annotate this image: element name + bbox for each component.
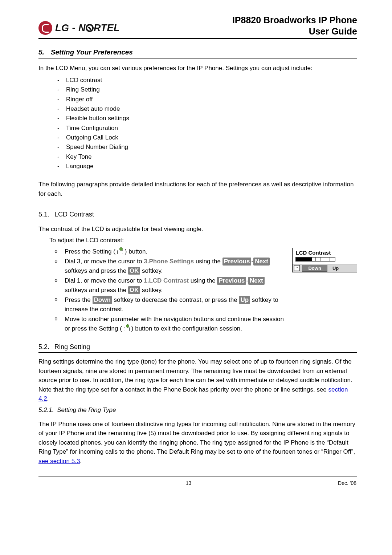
list-item: Time Configuration: [66, 123, 357, 133]
step-text: softkeys and press the: [65, 287, 128, 293]
body-text: .: [47, 395, 49, 402]
lcd-contrast-steps: Press the Setting () button. Dial 3, or …: [38, 247, 286, 333]
softkey-next-chip: Next: [248, 277, 265, 284]
section-5-outro: The following paragraphs provide detaile…: [38, 180, 357, 198]
section-5-2-number: 5.2.: [38, 343, 49, 351]
document-title-line2: User Guide: [232, 26, 357, 37]
footer-date: Dec. '08: [338, 480, 356, 486]
lcd-level-row: [293, 256, 357, 264]
section-5-2-heading: 5.2. Ring Setting: [38, 343, 357, 351]
lcd-softkey-down: Down: [302, 265, 327, 272]
softkey-down-chip: Down: [93, 296, 112, 304]
nortel-o-icon: [86, 24, 94, 32]
lcd-contrast-screenshot: LCD Contrast ↑ Down Up: [292, 248, 357, 272]
body-text: .: [80, 458, 82, 465]
step-text: softkey.: [140, 267, 163, 274]
section-5-2-para: Ring settings determine the ring type (t…: [38, 357, 357, 404]
settings-button-icon: [115, 248, 125, 254]
list-item: Dial 1, or move the cursor to 1.LCD Cont…: [65, 276, 286, 295]
list-item: Language: [66, 162, 357, 171]
step-text: Press the: [65, 296, 93, 303]
list-item: Outgoing Call Lock: [66, 133, 357, 142]
step-text: Dial 3, or move the cursor to: [65, 258, 144, 265]
page-number: 13: [39, 480, 338, 486]
list-item: Press the Setting () button.: [65, 247, 286, 256]
list-item: Ring Setting: [66, 85, 357, 94]
document-title: IP8820 Broadworks IP Phone User Guide: [232, 15, 357, 37]
section-5-heading: 5. Setting Your Preferences: [38, 48, 357, 56]
softkey-previous-chip: Previous: [222, 258, 252, 265]
list-item: Ringer off: [66, 95, 357, 104]
softkey-ok-chip: OK: [128, 267, 140, 275]
step-text: softkey to decrease the contrast, or pre…: [112, 296, 239, 303]
brand-logo-text: LG - NRTEL: [55, 23, 120, 34]
list-item: Speed Number Dialing: [66, 142, 357, 152]
list-item: Press the Down softkey to decrease the c…: [65, 295, 286, 314]
section-5-title: Setting Your Preferences: [51, 48, 133, 56]
bar-tick-icon: [325, 258, 325, 261]
section-5-2-title: Ring Setting: [54, 343, 90, 351]
document-title-line1: IP8820 Broadworks IP Phone: [232, 15, 357, 26]
menu-name: 3.Phone Settings: [144, 258, 194, 265]
bar-tick-icon: [315, 258, 316, 261]
arrow-up-icon: ↑: [294, 265, 300, 271]
list-item: Headset auto mode: [66, 104, 357, 114]
step-text: using the: [194, 258, 222, 265]
section-5-1-heading: 5.1. LCD Contrast: [38, 211, 357, 218]
section-5-2-1-rule: [38, 415, 357, 415]
list-item: Dial 3, or move the cursor to 3.Phone Se…: [65, 257, 286, 275]
list-item: Key Tone: [66, 152, 357, 162]
lcd-title: LCD Contrast: [293, 248, 357, 256]
lcd-softkey-up: Up: [330, 266, 342, 271]
section-5-rule: [38, 58, 357, 58]
lg-logo-icon: [38, 21, 52, 35]
step-text: using the: [189, 277, 217, 284]
bar-tick-icon: [330, 258, 330, 261]
step-text: ) button.: [125, 248, 147, 255]
section-5-1-rule: [38, 220, 357, 220]
section-5-2-1-title: Setting the Ring Type: [57, 406, 116, 413]
step-text: Press the Setting (: [65, 248, 115, 255]
softkey-previous-chip: Previous: [217, 277, 246, 284]
section-5-1-intro: The contrast of the LCD is adjustable fo…: [38, 224, 357, 234]
body-text: The IP Phone uses one of fourteen distin…: [38, 421, 355, 455]
step-text: ) button to exit the configuration sessi…: [131, 325, 242, 332]
step-text: softkeys and press the: [65, 267, 128, 274]
softkey-up-chip: Up: [239, 296, 250, 304]
bar-tick-icon: [320, 258, 320, 261]
section-5-2-rule: [38, 352, 357, 353]
list-item: Move to another parameter with the navig…: [65, 315, 286, 333]
section-5-intro: In the LCD Menu, you can set various pre…: [38, 64, 357, 73]
lcd-level-fill: [296, 258, 311, 261]
section-5-1-lead: To adjust the LCD contrast:: [38, 237, 357, 244]
step-text: softkey.: [140, 287, 163, 293]
softkey-ok-chip: OK: [128, 286, 140, 294]
section-5-2-1-heading: 5.2.1. Setting the Ring Type: [38, 406, 357, 414]
section-5-number: 5.: [38, 48, 44, 56]
menu-name: 1.LCD Contrast: [144, 277, 189, 284]
page-header: LG - NRTEL IP8820 Broadworks IP Phone Us…: [38, 15, 357, 37]
softkey-next-chip: Next: [253, 258, 270, 265]
header-rule: [38, 38, 357, 39]
step-text: Dial 1, or move the cursor to: [65, 277, 144, 284]
section-5-1-number: 5.1.: [38, 211, 49, 218]
link-section-5-3[interactable]: see section 5.3: [38, 458, 80, 465]
lcd-level-bar: [295, 257, 335, 262]
list-item: Flexible button settings: [66, 114, 357, 123]
body-text: Ring settings determine the ring type (t…: [38, 358, 352, 393]
brand-logo: LG - NRTEL: [38, 15, 120, 35]
section-5-2-1-para: The IP Phone uses one of fourteen distin…: [38, 420, 357, 466]
list-item: LCD contrast: [66, 76, 357, 85]
section-5-2-1-number: 5.2.1.: [38, 406, 54, 413]
preferences-list: LCD contrast Ring Setting Ringer off Hea…: [38, 76, 357, 171]
settings-button-icon: [122, 325, 131, 331]
page-footer: 13 Dec. '08: [38, 477, 357, 486]
section-5-1-title: LCD Contrast: [54, 211, 94, 218]
lcd-softkey-row: ↑ Down Up: [293, 264, 357, 272]
